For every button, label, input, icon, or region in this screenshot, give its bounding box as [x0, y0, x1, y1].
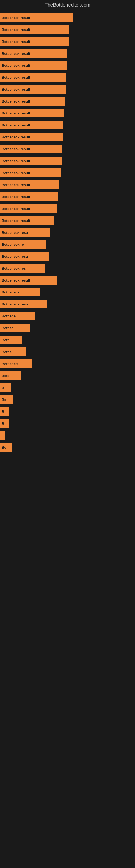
bottleneck-bar-3: Bottleneck result	[0, 49, 68, 58]
bar-row: Bottlene	[0, 310, 135, 322]
bar-row: Bottle	[0, 346, 135, 358]
bar-label-2: Bottleneck result	[2, 40, 30, 44]
bar-row: Bottleneck result	[0, 107, 135, 119]
bar-label-24: Bottleneck resu	[2, 302, 28, 306]
bar-label-25: Bottlene	[2, 314, 16, 318]
bottleneck-bar-21: Bottleneck res	[0, 264, 45, 273]
bar-label-9: Bottleneck result	[2, 123, 30, 127]
bar-row: Bottleneck res	[0, 262, 135, 274]
bottleneck-bar-13: Bottleneck result	[0, 168, 61, 177]
bar-label-16: Bottleneck result	[2, 207, 30, 211]
bottleneck-bar-25: Bottlene	[0, 312, 35, 320]
bottleneck-bar-34: B	[0, 419, 9, 428]
bottleneck-bar-30: Bott	[0, 371, 21, 380]
bar-row: Bottleneck result	[0, 83, 135, 95]
bottleneck-bar-22: Bottleneck result	[0, 276, 57, 284]
bar-label-21: Bottleneck res	[2, 267, 26, 271]
bar-label-8: Bottleneck result	[2, 111, 30, 115]
bar-label-34: B	[2, 422, 4, 426]
bottleneck-bar-29: Bottlenec	[0, 360, 32, 368]
bar-label-19: Bottleneck re	[2, 243, 24, 247]
bottleneck-bar-23: Bottleneck r	[0, 288, 41, 297]
bar-row: Bott	[0, 334, 135, 346]
bar-label-20: Bottleneck resu	[2, 254, 28, 258]
bar-label-1: Bottleneck result	[2, 28, 30, 32]
bottleneck-bar-18: Bottleneck resu	[0, 228, 50, 237]
bottleneck-bar-31: B	[0, 383, 11, 392]
bar-row: Bottleneck result	[0, 35, 135, 48]
bar-row: Bottleneck result	[0, 12, 135, 24]
bar-label-5: Bottleneck result	[2, 75, 30, 80]
bar-label-32: Bo	[2, 398, 6, 402]
bottleneck-bar-33: B	[0, 407, 9, 416]
bar-label-6: Bottleneck result	[2, 87, 30, 91]
bar-row: Bottleneck result	[0, 203, 135, 215]
bar-row: Bottleneck result	[0, 143, 135, 155]
bar-label-22: Bottleneck result	[2, 278, 30, 282]
bar-row: Bottleneck result	[0, 119, 135, 131]
bottleneck-bar-35: l	[0, 431, 5, 440]
bottleneck-bar-19: Bottleneck re	[0, 240, 46, 249]
bottleneck-bar-2: Bottleneck result	[0, 37, 69, 46]
bar-row: Bottleneck result	[0, 191, 135, 203]
bar-row: Bottleneck result	[0, 155, 135, 167]
bar-label-23: Bottleneck r	[2, 290, 22, 294]
bottleneck-bar-27: Bott	[0, 336, 21, 344]
bottleneck-bar-36: Bo	[0, 443, 12, 452]
bar-label-12: Bottleneck result	[2, 159, 30, 163]
bar-label-30: Bott	[2, 374, 9, 378]
site-title: TheBottlenecker.com	[0, 0, 135, 9]
bar-row: Bottleneck result	[0, 48, 135, 59]
bar-label-13: Bottleneck result	[2, 171, 30, 175]
bottleneck-bar-32: Bo	[0, 395, 13, 404]
bottleneck-bar-28: Bottle	[0, 347, 26, 356]
bottleneck-bar-26: Bottler	[0, 323, 30, 332]
bottleneck-bar-12: Bottleneck result	[0, 156, 61, 165]
bar-label-35: l	[2, 433, 3, 437]
bar-row: Bottleneck resu	[0, 298, 135, 310]
bottleneck-bar-8: Bottleneck result	[0, 109, 64, 118]
bar-row: Bottleneck re	[0, 239, 135, 250]
bottleneck-bar-10: Bottleneck result	[0, 133, 63, 141]
bar-label-3: Bottleneck result	[2, 52, 30, 56]
bar-row: Bottlenec	[0, 358, 135, 370]
bar-label-31: B	[2, 386, 4, 390]
bar-row: Bottleneck result	[0, 71, 135, 83]
bottleneck-bar-5: Bottleneck result	[0, 73, 66, 82]
bottleneck-bar-4: Bottleneck result	[0, 61, 67, 70]
bottleneck-bar-1: Bottleneck result	[0, 25, 69, 34]
bar-label-15: Bottleneck result	[2, 195, 30, 199]
bar-label-36: Bo	[2, 445, 6, 450]
bar-label-29: Bottlenec	[2, 362, 17, 366]
bar-row: Bottleneck result	[0, 274, 135, 286]
bar-row: Bottleneck result	[0, 167, 135, 179]
bar-row: Bo	[0, 394, 135, 405]
bar-label-26: Bottler	[2, 326, 13, 330]
bar-label-14: Bottleneck result	[2, 183, 30, 187]
bar-row: B	[0, 417, 135, 429]
bottleneck-bar-24: Bottleneck resu	[0, 300, 47, 308]
bar-row: Bott	[0, 370, 135, 382]
bar-label-18: Bottleneck resu	[2, 230, 28, 235]
bar-row: B	[0, 405, 135, 417]
bar-row: Bottleneck result	[0, 179, 135, 191]
bottleneck-bar-9: Bottleneck result	[0, 121, 63, 129]
bar-row: Bo	[0, 441, 135, 453]
bottleneck-bar-6: Bottleneck result	[0, 85, 66, 94]
bar-row: Bottler	[0, 322, 135, 334]
bottleneck-bar-11: Bottleneck result	[0, 145, 62, 153]
bar-row: Bottleneck result	[0, 95, 135, 107]
bar-row: Bottleneck result	[0, 24, 135, 35]
bar-label-10: Bottleneck result	[2, 135, 30, 139]
bottleneck-bar-16: Bottleneck result	[0, 204, 57, 213]
bar-row: Bottleneck result	[0, 131, 135, 143]
bottleneck-bar-17: Bottleneck result	[0, 216, 54, 225]
bottleneck-bar-0: Bottleneck result	[0, 13, 73, 22]
bar-row: Bottleneck result	[0, 59, 135, 71]
bottleneck-bar-14: Bottleneck result	[0, 180, 59, 189]
bar-row: Bottleneck r	[0, 286, 135, 298]
bar-label-7: Bottleneck result	[2, 99, 30, 103]
bar-label-17: Bottleneck result	[2, 219, 30, 223]
bar-label-33: B	[2, 410, 4, 414]
bar-row: l	[0, 429, 135, 441]
